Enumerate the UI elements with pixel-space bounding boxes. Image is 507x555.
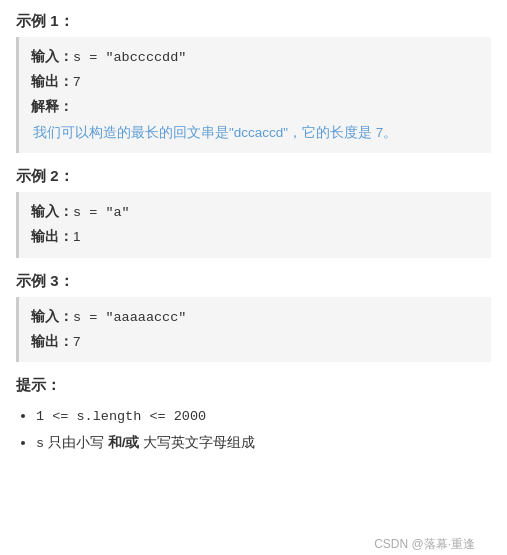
hints-list: 1 <= s.length <= 2000 s 只由小写 和/或 大写英文字母组… bbox=[16, 403, 491, 456]
hint-2-text1: 只由小写 bbox=[48, 435, 108, 450]
page-container: 示例 1： 输入：s = "abccccdd" 输出：7 解释： 我们可以构造的… bbox=[16, 12, 491, 555]
hints-title: 提示： bbox=[16, 376, 491, 395]
hints-section: 提示： 1 <= s.length <= 2000 s 只由小写 和/或 大写英… bbox=[16, 376, 491, 456]
hint-2-bold: 和/或 bbox=[108, 435, 140, 450]
example-1-input: 输入：s = "abccccdd" bbox=[31, 45, 479, 70]
example-3-block: 输入：s = "aaaaaccc" 输出：7 bbox=[16, 297, 491, 363]
example-1-section: 示例 1： 输入：s = "abccccdd" 输出：7 解释： 我们可以构造的… bbox=[16, 12, 491, 153]
example-2-block: 输入：s = "a" 输出：1 bbox=[16, 192, 491, 258]
hint-1-code: 1 <= s.length <= 2000 bbox=[36, 409, 206, 424]
example-3-output: 输出：7 bbox=[31, 330, 479, 354]
example-1-input-value: s = "abccccdd" bbox=[73, 50, 186, 65]
hint-item-1: 1 <= s.length <= 2000 bbox=[36, 403, 491, 430]
hint-item-2: s 只由小写 和/或 大写英文字母组成 bbox=[36, 430, 491, 457]
example-2-output-value: 1 bbox=[73, 229, 81, 244]
example-2-input-label: 输入： bbox=[31, 204, 73, 219]
example-2-title: 示例 2： bbox=[16, 167, 491, 186]
example-2-input-value: s = "a" bbox=[73, 205, 130, 220]
footer-note: CSDN @落幕·重逢 bbox=[374, 536, 475, 553]
example-3-output-label: 输出： bbox=[31, 334, 73, 349]
example-3-input-value: s = "aaaaaccc" bbox=[73, 310, 186, 325]
example-1-output-value: 7 bbox=[73, 74, 81, 89]
example-1-explanation-label-line: 解释： bbox=[31, 95, 479, 119]
example-1-explanation-text: 我们可以构造的最长的回文串是"dccaccd"，它的长度是 7。 bbox=[31, 121, 479, 145]
example-2-output: 输出：1 bbox=[31, 225, 479, 249]
example-1-output: 输出：7 bbox=[31, 70, 479, 94]
example-1-explanation-label: 解释： bbox=[31, 99, 73, 114]
hint-2-text2: 大写英文字母组成 bbox=[139, 435, 255, 450]
example-3-input: 输入：s = "aaaaaccc" bbox=[31, 305, 479, 330]
example-3-output-value: 7 bbox=[73, 334, 81, 349]
example-1-block: 输入：s = "abccccdd" 输出：7 解释： 我们可以构造的最长的回文串… bbox=[16, 37, 491, 153]
example-3-title: 示例 3： bbox=[16, 272, 491, 291]
example-3-input-label: 输入： bbox=[31, 309, 73, 324]
example-1-input-label: 输入： bbox=[31, 49, 73, 64]
example-1-output-label: 输出： bbox=[31, 74, 73, 89]
example-2-output-label: 输出： bbox=[31, 229, 73, 244]
hint-2-s: s bbox=[36, 435, 44, 450]
example-1-title: 示例 1： bbox=[16, 12, 491, 31]
example-3-section: 示例 3： 输入：s = "aaaaaccc" 输出：7 bbox=[16, 272, 491, 363]
example-2-section: 示例 2： 输入：s = "a" 输出：1 bbox=[16, 167, 491, 258]
example-2-input: 输入：s = "a" bbox=[31, 200, 479, 225]
